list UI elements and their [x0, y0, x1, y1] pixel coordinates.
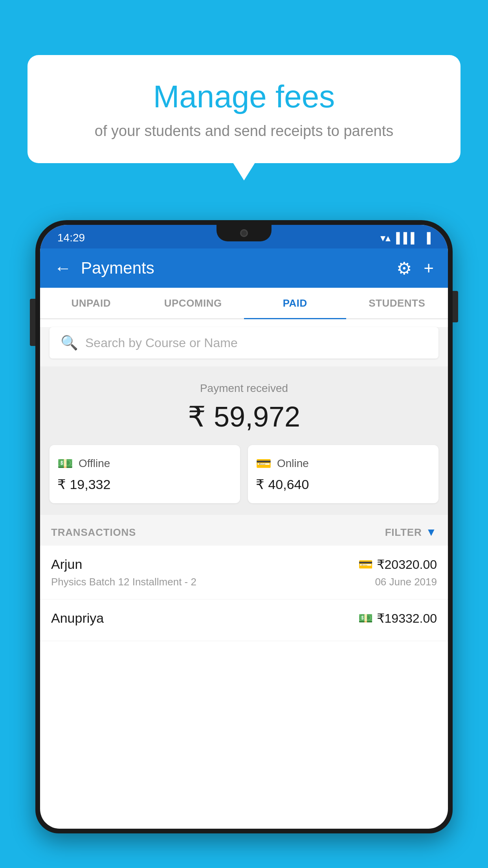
payment-cards: 💵 Offline ₹ 19,332 💳 Online ₹ 40,640 [50, 445, 438, 503]
transaction-row-arjun[interactable]: Arjun 💳 ₹20320.00 Physics Batch 12 Insta… [40, 546, 448, 600]
signal-icon: ▌▌▌ [396, 232, 418, 244]
speech-bubble: Manage fees of your students and send re… [28, 55, 460, 163]
speech-bubble-title: Manage fees [59, 79, 429, 115]
tab-unpaid[interactable]: UNPAID [40, 288, 142, 318]
tab-upcoming[interactable]: UPCOMING [142, 288, 244, 318]
transactions-header: TRANSACTIONS FILTER ▼ [40, 515, 448, 546]
phone-outer: 14:29 ▾▴ ▌▌▌ ▐ ← Payments ⚙ + [35, 220, 453, 833]
phone-screen: 14:29 ▾▴ ▌▌▌ ▐ ← Payments ⚙ + [40, 225, 448, 829]
search-bar[interactable]: 🔍 Search by Course or Name [50, 327, 438, 359]
battery-icon: ▐ [424, 232, 431, 244]
offline-card: 💵 Offline ₹ 19,332 [50, 445, 240, 503]
header-left: ← Payments [54, 258, 154, 278]
transaction-row-bottom: Physics Batch 12 Installment - 2 06 June… [51, 576, 437, 588]
speech-bubble-subtitle: of your students and send receipts to pa… [59, 123, 429, 140]
app-content: 🔍 Search by Course or Name Payment recei… [40, 327, 448, 641]
transaction-date: 06 June 2019 [375, 576, 437, 588]
phone-notch [216, 225, 272, 241]
search-icon: 🔍 [61, 335, 78, 351]
front-camera [240, 229, 248, 237]
online-label: Online [277, 457, 309, 470]
transaction-row-anupriya[interactable]: Anupriya 💵 ₹19332.00 [40, 600, 448, 641]
status-time: 14:29 [57, 232, 85, 244]
back-button[interactable]: ← [54, 258, 72, 278]
tab-paid[interactable]: PAID [244, 288, 346, 318]
transaction-amount-container: 💳 ₹20320.00 [358, 557, 437, 572]
transaction-amount: ₹20320.00 [377, 557, 437, 572]
tab-students[interactable]: STUDENTS [346, 288, 448, 318]
transactions-label: TRANSACTIONS [51, 526, 136, 539]
transaction-name: Arjun [51, 557, 82, 572]
transaction-row-top-2: Anupriya 💵 ₹19332.00 [51, 611, 437, 626]
transaction-amount-2: ₹19332.00 [377, 611, 437, 626]
filter-button[interactable]: FILTER ▼ [385, 526, 437, 539]
online-card: 💳 Online ₹ 40,640 [248, 445, 438, 503]
offline-card-header: 💵 Offline [57, 456, 232, 471]
filter-icon: ▼ [426, 526, 437, 539]
settings-icon[interactable]: ⚙ [396, 258, 412, 278]
online-card-header: 💳 Online [256, 456, 431, 471]
payment-summary: Payment received ₹ 59,972 💵 Offline ₹ 19… [40, 366, 448, 515]
payment-method-icon: 💳 [358, 557, 373, 571]
header-right: ⚙ + [396, 258, 434, 278]
transaction-amount-container-2: 💵 ₹19332.00 [358, 611, 437, 626]
filter-label: FILTER [385, 526, 422, 539]
cash-icon: 💵 [57, 456, 73, 471]
page-title: Payments [81, 259, 154, 278]
speech-bubble-container: Manage fees of your students and send re… [28, 55, 460, 163]
payment-total: ₹ 59,972 [50, 400, 438, 433]
add-button[interactable]: + [424, 258, 434, 278]
offline-amount: ₹ 19,332 [57, 476, 232, 492]
payment-method-icon-2: 💵 [358, 611, 373, 625]
status-icons: ▾▴ ▌▌▌ ▐ [380, 232, 431, 244]
transaction-name-2: Anupriya [51, 611, 104, 626]
app-header: ← Payments ⚙ + [40, 248, 448, 288]
transaction-row-top: Arjun 💳 ₹20320.00 [51, 557, 437, 572]
payment-received-label: Payment received [50, 382, 438, 395]
transaction-details: Physics Batch 12 Installment - 2 [51, 576, 196, 588]
tab-bar: UNPAID UPCOMING PAID STUDENTS [40, 288, 448, 319]
offline-label: Offline [79, 457, 110, 470]
wifi-icon: ▾▴ [380, 232, 391, 244]
search-input[interactable]: Search by Course or Name [85, 336, 238, 350]
online-amount: ₹ 40,640 [256, 476, 431, 492]
card-icon: 💳 [256, 456, 272, 471]
phone-mockup: 14:29 ▾▴ ▌▌▌ ▐ ← Payments ⚙ + [35, 220, 453, 868]
